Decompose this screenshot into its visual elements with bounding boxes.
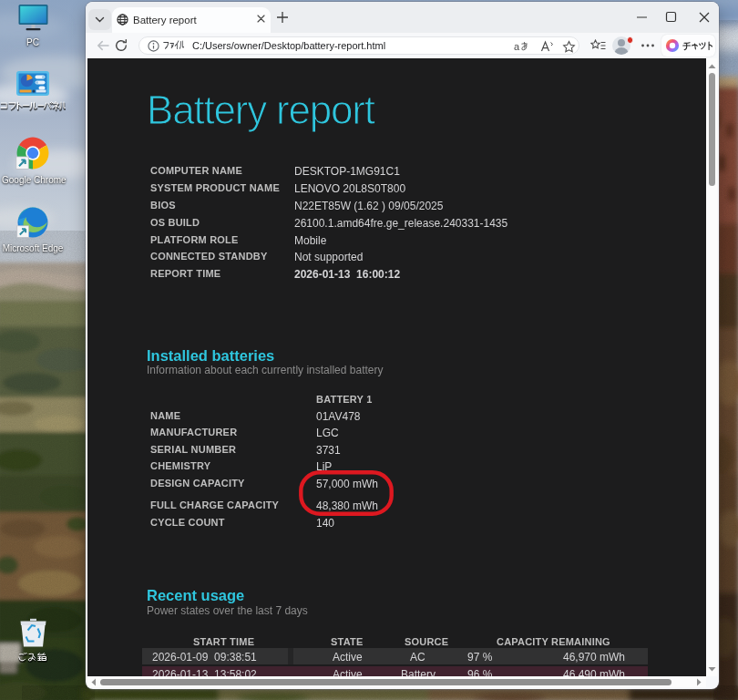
svg-text:a: a bbox=[514, 41, 520, 52]
